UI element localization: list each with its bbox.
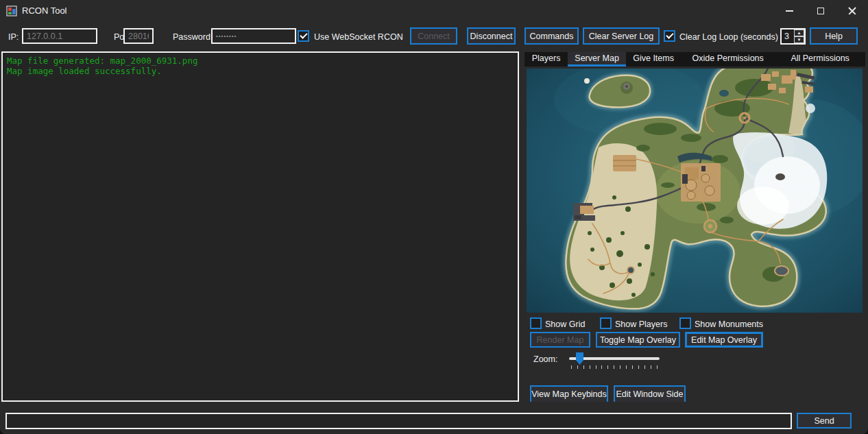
zoom-slider-ticks — [571, 365, 658, 369]
edit-window-side-button[interactable]: Edit Window Side — [614, 385, 686, 402]
password-label: Password: — [173, 32, 213, 42]
connect-button[interactable]: Connect — [410, 27, 457, 45]
show-grid-checkbox[interactable] — [530, 317, 542, 329]
tab-oxide-permissions[interactable]: Oxide Permissions — [681, 52, 775, 67]
maximize-icon — [817, 8, 824, 14]
clear-log-loop-label: Clear Log Loop (seconds) — [679, 32, 778, 42]
password-input[interactable] — [211, 28, 296, 44]
rcon-tool-window: RCON Tool IP: Port: Password: Use WebSoc… — [0, 0, 868, 434]
show-grid-label: Show Grid — [545, 320, 585, 329]
toggle-map-overlay-button[interactable]: Toggle Map Overlay — [596, 332, 680, 348]
render-map-button[interactable]: Render Map — [530, 332, 590, 348]
clear-server-log-button[interactable]: Clear Server Log — [583, 27, 660, 45]
log-line: Map image loaded successfully. — [7, 66, 514, 76]
tab-strip: Players Server Map Give Items Oxide Perm… — [525, 52, 865, 67]
send-button[interactable]: Send — [797, 413, 852, 429]
server-map-tab-page: Show Grid Show Players Show Monuments Re… — [525, 67, 865, 402]
stepper-down-icon[interactable]: ▼ — [794, 36, 804, 43]
clear-log-loop-checkbox[interactable] — [664, 30, 675, 42]
close-icon — [848, 7, 856, 15]
stepper-up-icon[interactable]: ▲ — [794, 29, 804, 36]
title-bar[interactable]: RCON Tool — [0, 0, 868, 22]
disconnect-button[interactable]: Disconnect — [467, 27, 516, 45]
close-button[interactable] — [836, 0, 868, 22]
server-log-console[interactable]: Map file generated: map_2000_6931.png Ma… — [1, 51, 519, 402]
log-loop-seconds-stepper[interactable]: 3 ▲ ▼ — [780, 28, 806, 45]
show-players-label: Show Players — [615, 320, 667, 329]
stepper-value: 3 — [782, 29, 794, 43]
show-players-checkbox[interactable] — [600, 317, 612, 329]
websocket-checkbox[interactable] — [298, 30, 309, 42]
server-map-image[interactable] — [527, 69, 863, 313]
tab-players[interactable]: Players — [525, 52, 568, 67]
commands-button[interactable]: Commands — [525, 27, 579, 45]
ip-label: IP: — [8, 32, 19, 42]
show-monuments-label: Show Monuments — [695, 320, 763, 329]
command-input[interactable] — [5, 413, 792, 429]
maximize-button[interactable] — [805, 0, 836, 22]
island-map — [527, 69, 863, 313]
window-title: RCON Tool — [22, 0, 67, 22]
zoom-slider[interactable] — [569, 357, 660, 360]
app-icon — [6, 5, 17, 16]
minimize-icon — [786, 10, 793, 12]
minimize-button[interactable] — [773, 0, 805, 22]
tab-give-items[interactable]: Give Items — [626, 52, 681, 67]
monument-nw-compound — [613, 155, 636, 171]
port-input[interactable] — [123, 28, 154, 44]
websocket-checkbox-label: Use WebSocket RCON — [314, 32, 403, 42]
zoom-slider-thumb[interactable] — [576, 352, 583, 365]
tab-server-map[interactable]: Server Map — [568, 52, 626, 67]
log-line: Map file generated: map_2000_6931.png — [7, 56, 514, 66]
edit-map-overlay-button[interactable]: Edit Map Overlay — [685, 332, 763, 348]
view-map-keybinds-button[interactable]: View Map Keybinds — [530, 385, 608, 402]
show-monuments-checkbox[interactable] — [679, 317, 691, 329]
tab-all-permissions[interactable]: All Permissions — [775, 52, 865, 67]
zoom-label: Zoom: — [533, 354, 557, 364]
ip-input[interactable] — [22, 28, 97, 44]
help-button[interactable]: Help — [810, 27, 858, 45]
monument-west-harbor — [573, 203, 595, 221]
